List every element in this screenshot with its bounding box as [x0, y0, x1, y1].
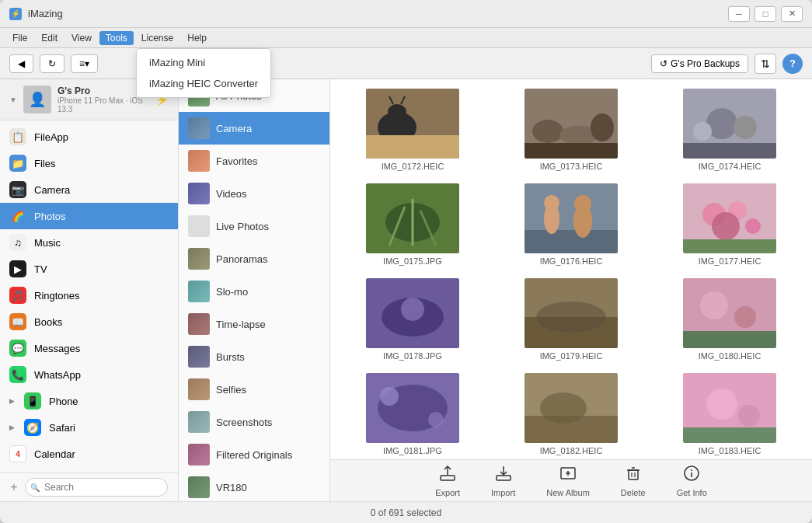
- sidebar-item-files[interactable]: 📁 Files: [0, 150, 178, 176]
- photo-item-img176[interactable]: IMG_0176.HEIC: [498, 183, 644, 266]
- sidebar-item-tv[interactable]: ▶ TV: [0, 256, 178, 282]
- sidebar-item-messages[interactable]: 💬 Messages: [0, 335, 178, 361]
- menu-license[interactable]: License: [135, 31, 179, 45]
- svg-point-38: [536, 302, 606, 333]
- close-button[interactable]: ✕: [781, 6, 803, 22]
- photo-item-img178[interactable]: IMG_0178.JPG: [340, 278, 486, 361]
- sidebar: ▼ 👤 G's Pro iPhone 11 Pro Max · iOS 13.3…: [0, 79, 179, 501]
- photo-item-img180[interactable]: IMG_0180.HEIC: [657, 278, 803, 361]
- album-thumb-bursts: [188, 346, 210, 368]
- sidebar-item-ringtones[interactable]: 🎵 Ringtones: [0, 282, 178, 309]
- album-item-filtered-originals[interactable]: Filtered Originals: [179, 438, 329, 471]
- album-item-selfies[interactable]: Selfies: [179, 373, 329, 406]
- get-info-label: Get Info: [677, 488, 707, 497]
- photo-item-img177[interactable]: IMG_0177.HEIC: [657, 183, 803, 266]
- photo-item-img174[interactable]: IMG_0174.HEIC: [657, 89, 803, 171]
- album-label-favorites: Favorites: [216, 155, 257, 167]
- album-item-favorites[interactable]: Favorites: [179, 145, 329, 177]
- svg-point-31: [745, 218, 761, 234]
- menu-view[interactable]: View: [65, 31, 98, 45]
- album-thumb-videos: [188, 183, 210, 204]
- svg-point-66: [691, 469, 692, 471]
- minimize-button[interactable]: ─: [728, 6, 750, 22]
- delete-button[interactable]: Delete: [605, 460, 661, 501]
- photo-bottom-toolbar: Export Import: [330, 459, 812, 501]
- menu-file[interactable]: File: [6, 31, 33, 45]
- backup-icon: ↺: [660, 58, 667, 69]
- sidebar-label-music: Music: [34, 237, 61, 249]
- sidebar-item-whatsapp[interactable]: 📞 WhatsApp: [0, 361, 178, 388]
- photo-name-img178: IMG_0178.JPG: [383, 351, 442, 361]
- backup-button[interactable]: ↺ G's Pro Backups: [651, 54, 748, 73]
- album-thumb-screenshots: [188, 411, 210, 433]
- album-item-camera[interactable]: Camera: [179, 112, 329, 145]
- menu-help[interactable]: Help: [181, 31, 213, 45]
- photo-thumb-img176: [524, 183, 618, 253]
- sidebar-label-messages: Messages: [34, 343, 80, 354]
- album-item-time-lapse[interactable]: Time-lapse: [179, 308, 329, 340]
- swap-button[interactable]: ⇅: [754, 54, 776, 74]
- album-item-screenshots[interactable]: Screenshots: [179, 406, 329, 438]
- new-album-button[interactable]: New Album: [531, 460, 605, 501]
- svg-point-14: [693, 122, 712, 141]
- photo-thumb-img180: [683, 278, 776, 348]
- svg-rect-5: [366, 135, 459, 159]
- tools-dropdown-menu: iMazing Mini iMazing HEIC Converter: [136, 48, 271, 98]
- album-item-live-photos[interactable]: Live Photos: [179, 210, 329, 242]
- window-controls: ─ □ ✕: [728, 6, 803, 22]
- album-label-selfies: Selfies: [216, 384, 246, 396]
- album-item-slo-mo[interactable]: Slo-mo: [179, 275, 329, 308]
- album-item-bursts[interactable]: Bursts: [179, 340, 329, 373]
- sidebar-item-fileapp[interactable]: 📋 FileApp: [0, 124, 178, 150]
- menu-edit[interactable]: Edit: [35, 31, 64, 45]
- photo-name-img173: IMG_0173.HEIC: [540, 162, 603, 171]
- photo-item-img173[interactable]: IMG_0173.HEIC: [498, 89, 644, 171]
- sidebar-item-safari[interactable]: ▶ 🧭 Safari: [0, 414, 178, 441]
- sidebar-item-books[interactable]: 📖 Books: [0, 309, 178, 335]
- sidebar-item-camera[interactable]: 📷 Camera: [0, 176, 178, 203]
- sidebar-item-calendar[interactable]: 4 Calendar: [0, 441, 178, 467]
- menu-tools[interactable]: Tools: [99, 31, 134, 45]
- photo-item-img182[interactable]: IMG_0182.HEIC: [498, 373, 644, 455]
- album-thumb-filtered-originals: [188, 444, 210, 465]
- photo-name-img174: IMG_0174.HEIC: [699, 162, 761, 171]
- maximize-button[interactable]: □: [754, 6, 776, 22]
- photo-item-img172[interactable]: IMG_0172.HEIC: [340, 89, 486, 171]
- menu-heic-converter[interactable]: iMazing HEIC Converter: [137, 73, 270, 94]
- collapse-arrow[interactable]: ▼: [9, 96, 17, 104]
- new-album-label: New Album: [546, 488, 590, 497]
- photo-item-img181[interactable]: IMG_0181.JPG: [340, 373, 486, 455]
- svg-point-35: [401, 298, 424, 321]
- export-button[interactable]: Export: [420, 460, 476, 501]
- import-button[interactable]: Import: [476, 460, 531, 501]
- album-item-videos[interactable]: Videos: [179, 177, 329, 210]
- get-info-button[interactable]: Get Info: [661, 460, 723, 501]
- search-input[interactable]: [25, 478, 168, 497]
- svg-rect-32: [683, 239, 776, 253]
- photo-item-img175[interactable]: IMG_0175.JPG: [340, 183, 486, 266]
- svg-point-45: [380, 387, 399, 406]
- photo-thumb-img172: [366, 89, 459, 159]
- list-view-button[interactable]: ≡▾: [71, 54, 98, 73]
- album-item-vr180[interactable]: VR180: [179, 471, 329, 501]
- device-avatar: 👤: [23, 85, 51, 113]
- sidebar-item-music[interactable]: ♫ Music: [0, 229, 178, 256]
- back-button[interactable]: ◀: [9, 54, 33, 73]
- sidebar-item-phone[interactable]: ▶ 📱 Phone: [0, 388, 178, 414]
- album-label-panoramas: Panoramas: [216, 253, 267, 265]
- svg-point-9: [591, 113, 614, 141]
- add-button[interactable]: +: [6, 479, 22, 495]
- photo-item-img179[interactable]: IMG_0179.HEIC: [498, 278, 644, 361]
- photo-name-img175: IMG_0175.JPG: [383, 256, 442, 266]
- album-item-panoramas[interactable]: Panoramas: [179, 242, 329, 275]
- album-label-slo-mo: Slo-mo: [216, 286, 248, 298]
- device-model: iPhone 11 Pro Max · iOS 13.3: [58, 96, 149, 113]
- refresh-button[interactable]: ↻: [40, 54, 64, 73]
- photo-item-img183[interactable]: IMG_0183.HEIC: [657, 373, 803, 455]
- album-label-screenshots: Screenshots: [216, 417, 272, 428]
- sidebar-item-photos[interactable]: 🌈 Photos: [0, 203, 178, 229]
- album-label-time-lapse: Time-lapse: [216, 319, 266, 330]
- help-button[interactable]: ?: [782, 54, 803, 74]
- svg-rect-59: [629, 470, 638, 479]
- menu-imazing-mini[interactable]: iMazing Mini: [137, 52, 270, 73]
